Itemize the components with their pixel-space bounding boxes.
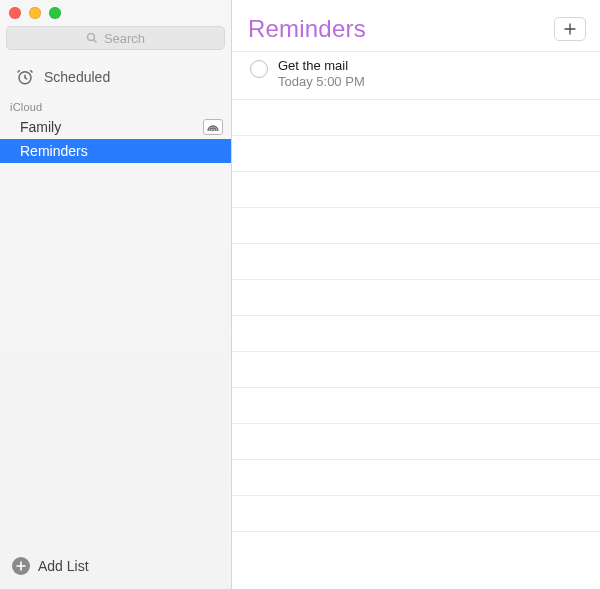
reminders-app: Search Scheduled iCloud FamilyReminders … [0, 0, 600, 589]
add-list-button[interactable]: Add List [0, 547, 231, 589]
reminder-list: Get the mailToday 5:00 PM [232, 49, 600, 589]
maximize-window-button[interactable] [49, 7, 61, 19]
add-list-label: Add List [38, 558, 89, 574]
shared-list-icon [203, 119, 223, 135]
search-wrap: Search [0, 25, 231, 56]
alarm-clock-icon [16, 68, 34, 86]
reminder-title: Get the mail [278, 58, 365, 74]
empty-row[interactable] [232, 172, 600, 208]
empty-row[interactable] [232, 208, 600, 244]
empty-row[interactable] [232, 244, 600, 280]
sidebar-list-label: Reminders [20, 143, 88, 159]
scheduled-label: Scheduled [44, 69, 110, 85]
scheduled-row[interactable]: Scheduled [0, 56, 231, 98]
empty-row[interactable] [232, 352, 600, 388]
empty-row[interactable] [232, 316, 600, 352]
plus-icon [564, 23, 576, 35]
minimize-window-button[interactable] [29, 7, 41, 19]
reminder-checkbox[interactable] [250, 60, 268, 78]
empty-row[interactable] [232, 280, 600, 316]
sidebar-section-header: iCloud [0, 98, 231, 115]
plus-circle-icon [12, 557, 30, 575]
search-placeholder: Search [104, 31, 145, 46]
main-header: Reminders [232, 0, 600, 49]
sidebar: Search Scheduled iCloud FamilyReminders … [0, 0, 232, 589]
empty-row[interactable] [232, 460, 600, 496]
reminder-due: Today 5:00 PM [278, 74, 365, 90]
sidebar-list-row[interactable]: Family [0, 115, 231, 139]
empty-row[interactable] [232, 136, 600, 172]
sidebar-list-label: Family [20, 119, 61, 135]
reminder-text: Get the mailToday 5:00 PM [278, 58, 365, 91]
sidebar-lists: FamilyReminders [0, 115, 231, 163]
main-pane: Reminders Get the mailToday 5:00 PM [232, 0, 600, 589]
close-window-button[interactable] [9, 7, 21, 19]
empty-row[interactable] [232, 388, 600, 424]
empty-row[interactable] [232, 100, 600, 136]
empty-row[interactable] [232, 424, 600, 460]
empty-row[interactable] [232, 496, 600, 532]
add-reminder-button[interactable] [554, 17, 586, 41]
svg-point-0 [87, 34, 94, 41]
search-input[interactable]: Search [6, 26, 225, 50]
sidebar-list-row[interactable]: Reminders [0, 139, 231, 163]
reminder-row[interactable]: Get the mailToday 5:00 PM [232, 51, 600, 100]
list-title: Reminders [248, 15, 366, 43]
search-icon [86, 32, 98, 44]
svg-line-1 [93, 40, 96, 43]
window-controls [0, 0, 231, 25]
